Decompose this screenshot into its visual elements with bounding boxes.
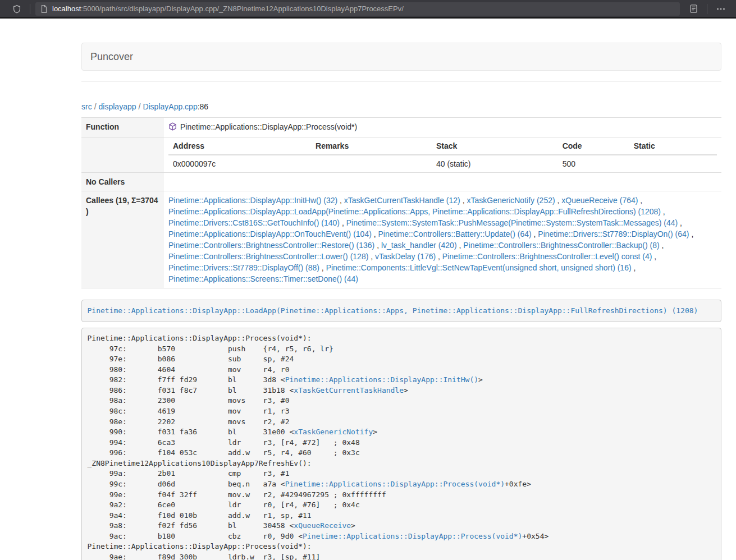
- asm-line: 9ae: f89d 300b ldrb.w r3, [sp, #11]: [88, 552, 716, 560]
- snippet-link[interactable]: Pinetime::Applications::DisplayApp::Load…: [88, 306, 698, 315]
- asm-line: Pinetime::Applications::DisplayApp::Proc…: [88, 541, 716, 552]
- asm-line: 9a8: f02f fd56 bl 30458 <xQueueReceive>: [88, 521, 716, 531]
- url-path: :5000/path/src/displayapp/DisplayApp.cpp…: [81, 4, 404, 13]
- disassembly-pre: Pinetime::Applications::DisplayApp::Proc…: [81, 328, 721, 560]
- no-callers-cell: [164, 173, 721, 191]
- shield-button[interactable]: [9, 4, 25, 13]
- app-navbar: Puncover: [81, 43, 721, 71]
- asm-line: 986: f031 f8c7 bl 31b18 <xTaskGetCurrent…: [88, 385, 716, 396]
- asm-symbol-link[interactable]: xTaskGetCurrentTaskHandle: [294, 386, 404, 394]
- asm-line: 990: f031 fa36 bl 31e00 <xTaskGenericNot…: [88, 427, 716, 438]
- callee-link[interactable]: Pinetime::Controllers::BrightnessControl…: [168, 241, 374, 250]
- stats-header-row: Address Remarks Stack Code Static: [168, 137, 717, 155]
- asm-line: 9a2: 6ce0 ldr r0, [r4, #76] ; 0x4c: [88, 500, 716, 511]
- asm-symbol-link[interactable]: xTaskGenericNotify: [294, 428, 373, 436]
- shield-icon: [12, 4, 21, 13]
- asm-line: 99c: d06d beq.n a7a <Pinetime::Applicati…: [88, 479, 716, 490]
- callee-link[interactable]: Pinetime::Controllers::BrightnessControl…: [442, 252, 652, 261]
- callee-link[interactable]: xTaskGetCurrentTaskHandle (12): [344, 196, 460, 205]
- asm-line: 982: f7ff fd29 bl 3d8 <Pinetime::Applica…: [88, 375, 716, 385]
- asm-symbol-link[interactable]: Pinetime::Applications::DisplayApp::Proc…: [285, 480, 505, 488]
- topbar-divider-2: [707, 4, 707, 14]
- asm-line: 98c: 4619 mov r1, r3: [88, 406, 716, 417]
- reader-mode-icon: [689, 4, 698, 13]
- asm-line: 9ac: b180 cbz r0, 9d0 <Pinetime::Applica…: [88, 531, 716, 542]
- url-host: localhost: [52, 4, 81, 13]
- asm-line: 97e: b086 sub sp, #24: [88, 354, 716, 365]
- col-header-address: Address: [168, 137, 311, 155]
- function-name-cell: Pinetime::Applications::DisplayApp::Proc…: [164, 118, 721, 137]
- asm-line: 97c: b570 push {r4, r5, r6, lr}: [88, 344, 716, 355]
- breadcrumb-line-number: :86: [198, 102, 208, 111]
- breadcrumb-link[interactable]: src: [81, 102, 92, 111]
- asm-line: 996: f104 053c add.w r5, r4, #60 ; 0x3c: [88, 448, 716, 458]
- address-value: 0x0000097c: [168, 155, 311, 172]
- no-callers-row: No Callers: [81, 173, 721, 191]
- stack-value: 40 (static): [432, 155, 558, 172]
- callee-link[interactable]: Pinetime::Applications::DisplayApp::OnTo…: [168, 229, 372, 238]
- asm-line: 9a4: f10d 010b add.w r1, sp, #11: [88, 511, 716, 521]
- callee-link[interactable]: Pinetime::Applications::DisplayApp::Init…: [168, 196, 337, 205]
- callee-link[interactable]: Pinetime::Components::LittleVgl::SetNewT…: [326, 263, 632, 272]
- asm-line: 99a: 2b01 cmp r3, #1: [88, 469, 716, 479]
- breadcrumb-separator: /: [136, 102, 143, 111]
- callee-link[interactable]: xTaskGenericNotify (252): [467, 196, 555, 205]
- breadcrumb-link[interactable]: DisplayApp.cpp: [143, 102, 197, 111]
- no-callers-label: No Callers: [81, 173, 164, 191]
- callee-link[interactable]: vTaskDelay (176): [375, 252, 436, 261]
- asm-symbol-link[interactable]: xQueueReceive: [294, 521, 351, 530]
- divider: [81, 81, 721, 82]
- breadcrumb-separator: /: [92, 102, 99, 111]
- empty-label-cell: [81, 137, 164, 173]
- topbar-divider: [30, 4, 30, 14]
- package-icon: [168, 122, 177, 134]
- callee-link[interactable]: Pinetime::Controllers::BrightnessControl…: [463, 241, 659, 250]
- callee-link[interactable]: Pinetime::Drivers::Cst816S::GetTouchInfo…: [168, 218, 340, 227]
- brand-link[interactable]: Puncover: [90, 51, 133, 62]
- stats-values-row: 0x0000097c 40 (static) 500: [168, 155, 717, 172]
- asm-symbol-link[interactable]: Pinetime::Applications::DisplayApp::Proc…: [303, 532, 522, 540]
- callee-link[interactable]: Pinetime::Applications::DisplayApp::Load…: [168, 207, 661, 216]
- col-header-code: Code: [558, 137, 629, 155]
- breadcrumb-link[interactable]: displayapp: [99, 102, 136, 111]
- col-header-stack: Stack: [432, 137, 558, 155]
- remarks-value: [311, 155, 432, 172]
- asm-symbol-link[interactable]: Pinetime::Applications::DisplayApp::Init…: [285, 375, 478, 384]
- callee-link[interactable]: lv_task_handler (420): [381, 241, 457, 250]
- function-row: Function Pinetime::Applications::Display…: [81, 118, 721, 137]
- function-name: Pinetime::Applications::DisplayApp::Proc…: [180, 122, 357, 131]
- callee-link[interactable]: Pinetime::System::SystemTask::PushMessag…: [346, 218, 678, 227]
- asm-line: 98e: 2202 movs r2, #2: [88, 417, 716, 428]
- function-table: Function Pinetime::Applications::Display…: [81, 117, 721, 288]
- browser-topbar: localhost:5000/path/src/displayapp/Displ…: [0, 0, 736, 19]
- stats-table: Address Remarks Stack Code Static 0x0000…: [168, 137, 717, 172]
- asm-line: _ZN8Pinetime12Applications10DisplayApp7R…: [88, 458, 716, 469]
- breadcrumb: src/displayapp/DisplayApp.cpp:86: [81, 101, 721, 112]
- page-icon: [40, 4, 48, 13]
- callees-cell: Pinetime::Applications::DisplayApp::Init…: [164, 191, 721, 288]
- asm-line: 99e: f04f 32ff mov.w r2, #4294967295 ; 0…: [88, 490, 716, 501]
- menu-icon: [716, 4, 726, 13]
- stats-cell: Address Remarks Stack Code Static 0x0000…: [164, 137, 721, 173]
- col-header-static: Static: [629, 137, 717, 155]
- callee-link[interactable]: Pinetime::Controllers::Battery::Update()…: [378, 229, 532, 238]
- callee-link[interactable]: Pinetime::Controllers::BrightnessControl…: [168, 252, 368, 261]
- col-header-remarks: Remarks: [311, 137, 432, 155]
- callees-label: Callees (19, Σ=3704 ): [81, 191, 164, 288]
- function-label: Function: [81, 118, 164, 137]
- url-bar[interactable]: localhost:5000/path/src/displayapp/Displ…: [35, 2, 680, 16]
- code-value: 500: [558, 155, 629, 172]
- page-content: Puncover src/displayapp/DisplayApp.cpp:8…: [81, 19, 721, 560]
- static-value: [629, 155, 717, 172]
- callee-link[interactable]: Pinetime::Drivers::St7789::DisplayOff() …: [168, 263, 319, 272]
- callees-row: Callees (19, Σ=3704 ) Pinetime::Applicat…: [81, 191, 721, 288]
- callee-link[interactable]: xQueueReceive (764): [561, 196, 638, 205]
- reader-mode-button[interactable]: [685, 4, 702, 13]
- menu-button[interactable]: [712, 4, 729, 13]
- asm-line: 98a: 2300 movs r3, #0: [88, 396, 716, 406]
- function-stats-row: Address Remarks Stack Code Static 0x0000…: [81, 137, 721, 173]
- callee-link[interactable]: Pinetime::Drivers::St7789::DisplayOn() (…: [538, 229, 689, 238]
- asm-line: Pinetime::Applications::DisplayApp::Proc…: [88, 333, 716, 344]
- asm-line: 980: 4604 mov r4, r0: [88, 365, 716, 375]
- callee-link[interactable]: Pinetime::Applications::Screens::Timer::…: [168, 274, 358, 283]
